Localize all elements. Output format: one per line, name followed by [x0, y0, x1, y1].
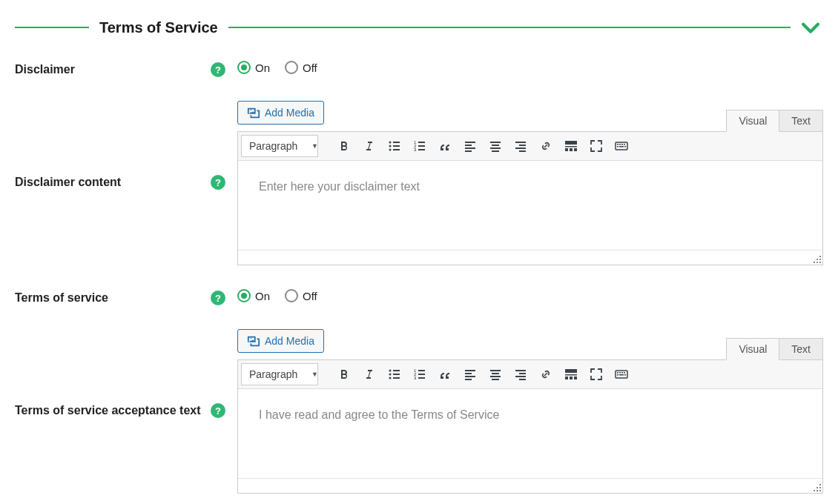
- toolbar-toggle-button[interactable]: [609, 135, 634, 157]
- radio-on[interactable]: On: [237, 289, 270, 302]
- svg-rect-18: [490, 147, 501, 149]
- svg-rect-49: [465, 370, 475, 371]
- italic-button[interactable]: [357, 363, 382, 385]
- chevron-down-icon: [798, 15, 823, 40]
- tab-text[interactable]: Text: [779, 338, 823, 360]
- radio-off-label: Off: [303, 290, 317, 302]
- editor-content[interactable]: I have read and agree to the Terms of Se…: [238, 389, 822, 478]
- align-center-icon: [488, 367, 503, 382]
- svg-rect-31: [619, 144, 621, 145]
- radio-on-label: On: [255, 290, 270, 302]
- svg-rect-14: [465, 147, 475, 149]
- svg-rect-58: [519, 373, 526, 374]
- svg-rect-22: [515, 147, 526, 149]
- bold-icon: [337, 139, 352, 153]
- tab-visual[interactable]: Visual: [726, 110, 779, 132]
- help-icon[interactable]: ?: [211, 403, 225, 418]
- svg-rect-5: [393, 149, 400, 150]
- help-icon[interactable]: ?: [211, 175, 225, 190]
- field-disclaimer: Disclaimer ? On Off: [15, 61, 823, 77]
- svg-rect-70: [624, 372, 625, 374]
- italic-button[interactable]: [357, 135, 382, 157]
- bold-button[interactable]: [331, 363, 357, 385]
- link-button[interactable]: [533, 363, 558, 385]
- add-media-button[interactable]: Add Media: [237, 101, 324, 125]
- svg-rect-53: [490, 370, 501, 371]
- blockquote-button[interactable]: [432, 363, 458, 385]
- align-right-button[interactable]: [508, 363, 533, 385]
- divider: [15, 27, 89, 28]
- svg-rect-16: [490, 142, 501, 143]
- align-left-button[interactable]: [458, 135, 483, 157]
- blockquote-button[interactable]: [432, 135, 458, 157]
- keyboard-icon: [614, 139, 629, 153]
- collapse-toggle[interactable]: [798, 15, 823, 40]
- radio-off[interactable]: Off: [285, 289, 317, 302]
- editor: Add Media Visual Text Paragraph 123: [237, 329, 823, 494]
- resize-grip[interactable]: [812, 483, 821, 491]
- link-icon: [538, 367, 553, 382]
- svg-rect-71: [617, 374, 618, 376]
- align-left-icon: [463, 367, 478, 382]
- svg-rect-67: [617, 372, 618, 374]
- editor-content[interactable]: Enter here your disclaimer text: [238, 161, 822, 250]
- toolbar-toggle-button[interactable]: [609, 363, 634, 385]
- blockquote-icon: [438, 139, 452, 153]
- svg-rect-42: [393, 377, 400, 379]
- add-media-label: Add Media: [265, 335, 314, 347]
- resize-grip[interactable]: [812, 254, 821, 263]
- radio-dot-icon: [285, 289, 298, 302]
- bold-button[interactable]: [331, 135, 357, 157]
- insert-more-button[interactable]: [558, 135, 584, 157]
- svg-rect-46: [418, 374, 425, 375]
- tab-text[interactable]: Text: [779, 110, 823, 132]
- format-select[interactable]: Paragraph: [241, 135, 318, 157]
- read-more-icon: [564, 139, 578, 153]
- editor-toolbar: Paragraph 123: [238, 360, 822, 389]
- field-label-disclaimer: Disclaimer: [15, 63, 75, 76]
- align-left-button[interactable]: [458, 363, 483, 385]
- svg-rect-52: [465, 379, 472, 380]
- svg-rect-20: [515, 142, 526, 143]
- bullet-list-button[interactable]: [382, 363, 407, 385]
- svg-point-4: [389, 149, 392, 151]
- field-tos: Terms of service ? On Off: [15, 289, 823, 305]
- align-center-button[interactable]: [483, 135, 508, 157]
- editor-statusbar: [238, 478, 822, 493]
- svg-rect-56: [492, 379, 499, 380]
- fullscreen-button[interactable]: [584, 363, 609, 385]
- svg-rect-63: [565, 377, 568, 379]
- svg-point-37: [389, 370, 392, 372]
- radio-dot-icon: [237, 61, 251, 74]
- fullscreen-button[interactable]: [584, 135, 609, 157]
- radio-on-label: On: [255, 62, 270, 74]
- help-icon[interactable]: ?: [211, 62, 225, 77]
- help-icon[interactable]: ?: [211, 291, 225, 305]
- svg-rect-33: [624, 144, 625, 145]
- numbered-list-button[interactable]: 123: [407, 135, 432, 157]
- svg-rect-19: [492, 150, 499, 152]
- svg-rect-28: [574, 148, 577, 151]
- align-right-button[interactable]: [508, 135, 533, 157]
- svg-rect-23: [519, 150, 526, 152]
- radio-on[interactable]: On: [237, 61, 270, 74]
- field-disclaimer-content: Disclaimer content ? Add Media Visual Te…: [15, 101, 823, 265]
- bullet-list-icon: [387, 139, 402, 153]
- svg-rect-17: [492, 145, 499, 146]
- add-media-button[interactable]: Add Media: [237, 329, 324, 353]
- bullet-list-button[interactable]: [382, 135, 407, 157]
- svg-rect-11: [418, 149, 425, 150]
- svg-point-2: [389, 145, 392, 147]
- section-title: Terms of Service: [89, 19, 228, 36]
- editor-toolbar: Paragraph 123: [238, 132, 822, 161]
- numbered-list-button[interactable]: 123: [407, 363, 432, 385]
- blockquote-icon: [438, 367, 452, 382]
- link-button[interactable]: [533, 135, 558, 157]
- svg-rect-12: [465, 142, 475, 143]
- align-center-button[interactable]: [483, 363, 508, 385]
- radio-off[interactable]: Off: [285, 61, 317, 74]
- format-select[interactable]: Paragraph: [241, 363, 318, 385]
- tab-visual[interactable]: Visual: [726, 338, 779, 360]
- editor: Add Media Visual Text Paragraph 123: [237, 101, 823, 265]
- insert-more-button[interactable]: [558, 363, 584, 385]
